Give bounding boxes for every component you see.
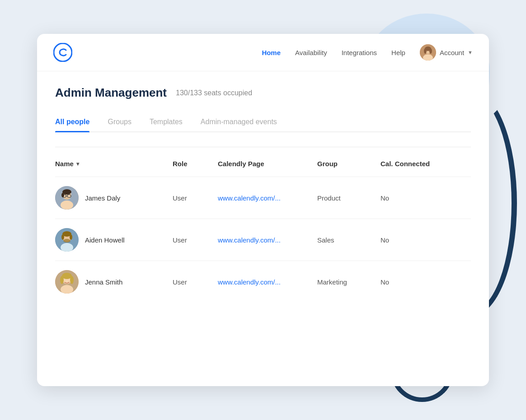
- calendly-link-james[interactable]: www.calendly.com/...: [218, 194, 317, 202]
- col-header-group: Group: [317, 160, 380, 168]
- chevron-down-icon: ▼: [468, 50, 473, 55]
- svg-point-28: [60, 276, 64, 284]
- group-jenna: Marketing: [317, 278, 380, 286]
- nav-home[interactable]: Home: [262, 49, 281, 56]
- table-row: Jenna Smith User www.calendly.com/... Ma…: [55, 261, 471, 303]
- nav-integrations[interactable]: Integrations: [342, 49, 377, 56]
- col-header-calendly-page: Calendly Page: [218, 160, 317, 168]
- sort-icon: ▾: [76, 161, 79, 167]
- user-cell-jenna: Jenna Smith: [55, 270, 173, 294]
- page-title: Admin Management: [55, 86, 167, 100]
- group-james: Product: [317, 194, 380, 202]
- navbar: Home Availability Integrations Help: [37, 34, 489, 71]
- page-content: Admin Management 130/133 seats occupied …: [37, 71, 489, 317]
- svg-point-20: [63, 239, 70, 243]
- tab-templates[interactable]: Templates: [150, 112, 183, 131]
- svg-point-16: [61, 193, 64, 197]
- table-header: Name ▾ Role Calendly Page Group Cal. Con…: [55, 160, 471, 173]
- role-aiden: User: [173, 236, 218, 244]
- svg-point-7: [429, 48, 432, 54]
- seats-info: 130/133 seats occupied: [176, 89, 252, 97]
- calendly-link-aiden[interactable]: www.calendly.com/...: [218, 236, 317, 244]
- tabs: All people Groups Templates Admin-manage…: [55, 112, 471, 132]
- avatar-james: [55, 186, 79, 210]
- account-menu[interactable]: Account ▼: [420, 44, 473, 61]
- user-cell-james: James Daly: [55, 186, 173, 210]
- user-name-jenna: Jenna Smith: [85, 278, 122, 286]
- section-divider: [55, 147, 471, 147]
- table-row: James Daly User www.calendly.com/... Pro…: [55, 177, 471, 219]
- role-jenna: User: [173, 278, 218, 286]
- group-aiden: Sales: [317, 236, 380, 244]
- col-header-cal-connected: Cal. Connected: [380, 160, 453, 168]
- calendly-link-jenna[interactable]: www.calendly.com/...: [218, 278, 317, 286]
- svg-point-6: [424, 48, 427, 54]
- account-label: Account: [440, 49, 464, 56]
- logo[interactable]: [53, 43, 72, 62]
- user-name-aiden: Aiden Howell: [85, 236, 125, 244]
- avatar-aiden: [55, 228, 79, 252]
- role-james: User: [173, 194, 218, 202]
- cal-connected-jenna: No: [380, 278, 453, 286]
- tab-groups[interactable]: Groups: [108, 112, 131, 131]
- svg-point-22: [61, 234, 64, 240]
- cal-connected-james: No: [380, 194, 453, 202]
- tab-admin-managed-events[interactable]: Admin-managed events: [201, 112, 277, 131]
- col-header-name[interactable]: Name ▾: [55, 160, 173, 168]
- user-cell-aiden: Aiden Howell: [55, 228, 173, 252]
- svg-point-23: [70, 234, 72, 240]
- svg-point-29: [70, 276, 74, 284]
- svg-point-10: [61, 201, 73, 210]
- main-card: Home Availability Integrations Help: [37, 34, 489, 386]
- tab-all-people[interactable]: All people: [55, 112, 89, 131]
- avatar-jenna: [55, 270, 79, 294]
- cal-connected-aiden: No: [380, 236, 453, 244]
- svg-point-14: [64, 197, 70, 200]
- table-row: Aiden Howell User www.calendly.com/... S…: [55, 219, 471, 261]
- nav-links: Home Availability Integrations Help: [262, 44, 473, 61]
- col-header-role: Role: [173, 160, 218, 168]
- nav-availability[interactable]: Availability: [295, 49, 327, 56]
- nav-help[interactable]: Help: [391, 49, 405, 56]
- account-avatar: [420, 44, 436, 61]
- user-name-james: James Daly: [85, 194, 120, 202]
- page-header: Admin Management 130/133 seats occupied: [55, 86, 471, 100]
- svg-point-0: [54, 43, 72, 61]
